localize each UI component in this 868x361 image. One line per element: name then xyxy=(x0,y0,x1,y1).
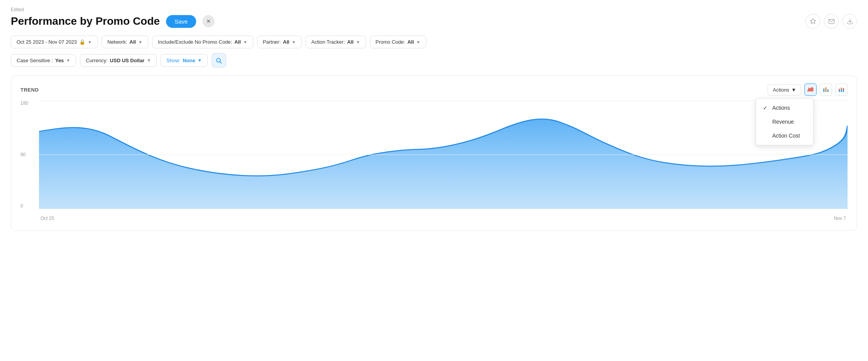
include-exclude-prefix: Include/Exclude No Promo Code: xyxy=(158,39,232,45)
network-prefix: Network: xyxy=(107,39,127,45)
date-range-label: Oct 25 2023 - Nov 07 2023 xyxy=(17,39,77,45)
svg-rect-13 xyxy=(843,88,844,90)
dropdown-actions-label: Actions xyxy=(772,105,790,111)
trend-header: TREND Actions ▼ ✓ Actions Revenue xyxy=(20,83,848,96)
actions-dropdown-button[interactable]: Actions ▼ xyxy=(768,84,801,95)
svg-rect-8 xyxy=(839,90,840,92)
svg-rect-10 xyxy=(841,89,842,92)
network-filter[interactable]: Network: All ▼ xyxy=(102,36,148,48)
header-icons xyxy=(805,14,857,29)
dropdown-item-revenue[interactable]: Revenue xyxy=(756,115,813,129)
date-range-filter[interactable]: Oct 25 2023 - Nov 07 2023 🔒 ▼ xyxy=(11,36,98,48)
partner-value: All xyxy=(283,39,290,45)
trend-title: TREND xyxy=(20,87,39,93)
grid-line-mid xyxy=(39,155,848,155)
email-button[interactable] xyxy=(824,14,839,29)
action-tracker-value: All xyxy=(347,39,354,45)
pin-button[interactable] xyxy=(805,14,820,29)
x-label-nov7: Nov 7 xyxy=(834,216,846,221)
chevron-icon: ▼ xyxy=(138,40,142,44)
grid-line-bottom xyxy=(39,209,848,209)
chevron-down-icon: ▼ xyxy=(791,87,796,93)
chevron-icon: ▼ xyxy=(66,58,70,63)
show-value: None xyxy=(183,58,195,63)
y-label-180: 180 xyxy=(20,100,36,106)
actions-label: Actions xyxy=(773,87,789,93)
partner-filter[interactable]: Partner: All ▼ xyxy=(257,36,302,48)
include-exclude-filter[interactable]: Include/Exclude No Promo Code: All ▼ xyxy=(152,36,253,48)
chevron-icon: ▼ xyxy=(243,40,248,44)
action-tracker-prefix: Action Tracker: xyxy=(311,39,345,45)
show-prefix: Show: xyxy=(166,58,180,63)
lock-icon: 🔒 xyxy=(79,39,85,45)
currency-value: USD US Dollar xyxy=(110,58,145,63)
svg-rect-7 xyxy=(827,89,829,92)
svg-rect-5 xyxy=(823,89,824,92)
include-exclude-value: All xyxy=(234,39,241,45)
stacked-chart-button[interactable] xyxy=(835,83,848,96)
case-sensitive-value: Yes xyxy=(55,58,64,63)
dropdown-item-actions[interactable]: ✓ Actions xyxy=(756,101,813,115)
download-button[interactable] xyxy=(843,14,857,29)
dropdown-item-action-cost[interactable]: Action Cost xyxy=(756,129,813,143)
close-button[interactable]: × xyxy=(202,15,215,27)
partner-prefix: Partner: xyxy=(263,39,281,45)
trend-controls: Actions ▼ ✓ Actions Revenue Act xyxy=(768,83,848,96)
area-path xyxy=(39,119,848,209)
save-button[interactable]: Save xyxy=(166,15,196,28)
y-label-90: 90 xyxy=(20,152,36,157)
promo-code-prefix: Promo Code: xyxy=(376,39,405,45)
filters-row-2: Case Sensitive : Yes ▼ Currency: USD US … xyxy=(11,53,857,68)
filters-row-1: Oct 25 2023 - Nov 07 2023 🔒 ▼ Network: A… xyxy=(11,36,857,48)
svg-rect-11 xyxy=(841,88,842,89)
action-tracker-filter[interactable]: Action Tracker: All ▼ xyxy=(305,36,366,48)
edited-label: Edited xyxy=(11,7,857,12)
bar-chart-button[interactable] xyxy=(820,83,832,96)
area-chart-button[interactable] xyxy=(804,83,817,96)
y-axis-labels: 180 90 0 xyxy=(20,100,36,209)
search-button[interactable] xyxy=(212,53,226,68)
check-icon: ✓ xyxy=(763,105,769,111)
svg-rect-6 xyxy=(826,87,827,92)
chevron-icon: ▼ xyxy=(292,40,296,44)
currency-filter[interactable]: Currency: USD US Dollar ▼ xyxy=(80,54,157,67)
chart-container: 180 90 0 xyxy=(20,100,848,224)
trend-section: TREND Actions ▼ ✓ Actions Revenue xyxy=(11,75,857,231)
chevron-icon: ▼ xyxy=(416,40,420,44)
currency-prefix: Currency: xyxy=(86,58,107,63)
x-label-oct25: Oct 25 xyxy=(41,216,54,221)
show-filter[interactable]: Show: None ▼ xyxy=(161,54,208,67)
grid-line-top xyxy=(39,100,848,101)
x-axis-labels: Oct 25 Nov 7 xyxy=(39,213,848,224)
chevron-icon: ▼ xyxy=(88,40,92,44)
chevron-icon: ▼ xyxy=(356,40,360,44)
promo-code-filter[interactable]: Promo Code: All ▼ xyxy=(370,36,426,48)
case-sensitive-filter[interactable]: Case Sensitive : Yes ▼ xyxy=(11,54,76,67)
chart-area xyxy=(39,100,848,209)
chevron-icon: ▼ xyxy=(147,58,151,63)
svg-rect-12 xyxy=(843,90,844,92)
actions-dropdown-menu: ✓ Actions Revenue Action Cost xyxy=(756,98,814,145)
dropdown-revenue-label: Revenue xyxy=(772,119,794,125)
page-title: Performance by Promo Code xyxy=(11,15,160,27)
svg-line-3 xyxy=(220,61,222,63)
chevron-icon: ▼ xyxy=(198,58,202,63)
network-value: All xyxy=(129,39,136,45)
y-label-0: 0 xyxy=(20,203,36,209)
promo-code-value: All xyxy=(407,39,414,45)
dropdown-action-cost-label: Action Cost xyxy=(772,133,800,139)
case-sensitive-prefix: Case Sensitive : xyxy=(17,58,53,63)
svg-rect-9 xyxy=(839,89,840,90)
